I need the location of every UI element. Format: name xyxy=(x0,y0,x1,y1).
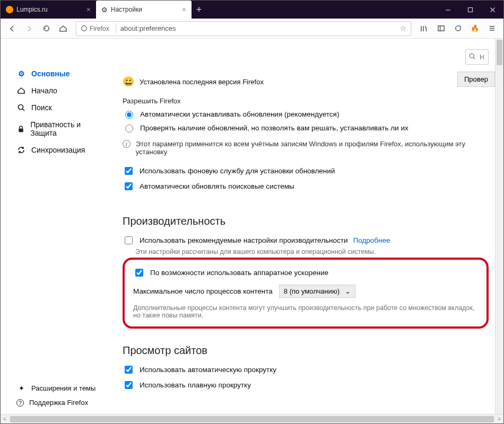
radio-auto-update[interactable]: Автоматически устанавливать обновления (… xyxy=(123,109,489,119)
scrollbar-thumb[interactable] xyxy=(10,416,494,422)
svg-rect-8 xyxy=(438,26,444,31)
radio-check-update[interactable]: Проверять наличие обновлений, но позволя… xyxy=(123,123,489,132)
sidebar-item-general[interactable]: ⚙ Основные xyxy=(11,65,107,82)
help-icon: ? xyxy=(16,399,24,407)
firefox-icon xyxy=(81,25,88,32)
checkbox-input[interactable] xyxy=(125,236,133,244)
preferences-sidebar: ⚙ Основные Начало Поиск xyxy=(1,39,107,423)
svg-point-11 xyxy=(459,25,461,28)
library-icon[interactable] xyxy=(416,21,431,36)
checkbox-input[interactable] xyxy=(125,366,133,374)
check-updates-button[interactable]: Провер xyxy=(457,72,495,87)
checkbox-recommended-perf[interactable]: Использовать рекомендуемые настройки про… xyxy=(123,235,489,246)
checkbox-background-service[interactable]: Использовать фоновую службу для установк… xyxy=(123,165,489,176)
window-minimize-button[interactable] xyxy=(437,1,459,19)
content-procs-description: Дополнительные процессы контента могут у… xyxy=(133,304,478,319)
browser-tab-lumpics[interactable]: Lumpics.ru × xyxy=(1,1,96,19)
bookmark-star-icon[interactable]: ☆ xyxy=(400,24,406,32)
select-value: 8 (по умолчанию) xyxy=(284,287,340,295)
sidebar-item-extensions[interactable]: ✦ Расширения и темы xyxy=(11,381,107,395)
new-tab-button[interactable]: + xyxy=(192,1,206,19)
checkbox-label: Использовать рекомендуемые настройки про… xyxy=(140,236,347,244)
scroll-right-arrow[interactable]: > xyxy=(495,416,503,422)
sidebar-item-label: Начало xyxy=(31,86,57,95)
reload-button[interactable] xyxy=(39,21,54,36)
sidebar-item-sync[interactable]: Синхронизация xyxy=(11,142,107,158)
chevron-down-icon: ⌄ xyxy=(345,287,351,295)
radio-input[interactable] xyxy=(125,111,133,119)
identity-label: Firefox xyxy=(90,25,109,32)
smiley-icon: 😀 xyxy=(123,76,134,87)
checkbox-update-engines[interactable]: Автоматически обновлять поисковые систем… xyxy=(123,181,489,192)
performance-section-title: Производительность xyxy=(123,215,489,227)
forward-button[interactable] xyxy=(22,21,37,36)
allow-firefox-label: Разрешить Firefox xyxy=(123,97,489,105)
radio-label: Автоматически устанавливать обновления (… xyxy=(140,110,339,118)
close-tab-icon[interactable]: × xyxy=(182,5,186,14)
sidebar-item-support[interactable]: ? Поддержка Firefox xyxy=(11,395,107,410)
content-procs-select[interactable]: 8 (по умолчанию) ⌄ xyxy=(279,285,355,298)
checkbox-smoothscroll[interactable]: Использовать плавную прокрутку xyxy=(123,379,489,391)
svg-line-7 xyxy=(425,26,427,31)
radio-label: Проверять наличие обновлений, но позволя… xyxy=(140,124,409,132)
checkbox-input[interactable] xyxy=(125,167,133,175)
favicon xyxy=(6,6,13,13)
extension-icon-1[interactable] xyxy=(450,21,465,36)
tab-title: Lumpics.ru xyxy=(16,6,48,13)
gear-icon: ⚙ xyxy=(16,69,26,78)
svg-point-4 xyxy=(82,26,87,31)
perf-description: Эти настройки рассчитаны для вашего комп… xyxy=(135,248,489,255)
window-close-button[interactable] xyxy=(481,1,503,19)
sidebar-item-home[interactable]: Начало xyxy=(11,82,107,99)
checkbox-input[interactable] xyxy=(125,182,133,190)
horizontal-scrollbar[interactable]: < > xyxy=(1,414,503,423)
browser-tab-settings[interactable]: ⚙ Настройки × xyxy=(96,1,192,19)
lock-icon xyxy=(16,125,25,133)
sidebar-item-label: Приватность и Защита xyxy=(30,120,101,137)
sidebar-item-label: Поиск xyxy=(31,103,52,112)
checkbox-label: Использовать фоновую службу для установк… xyxy=(140,167,335,175)
puzzle-icon: ✦ xyxy=(16,384,26,392)
home-button[interactable] xyxy=(56,21,71,36)
sync-icon xyxy=(16,146,26,154)
search-icon xyxy=(16,103,26,112)
scrollbar-thumb[interactable] xyxy=(497,40,502,65)
checkbox-hw-accel[interactable]: По возможности использовать аппаратное у… xyxy=(133,267,478,278)
update-note-text: Этот параметр применится ко всем учётным… xyxy=(136,140,489,156)
highlight-callout: По возможности использовать аппаратное у… xyxy=(123,258,489,329)
svg-point-15 xyxy=(19,105,23,110)
info-icon: i xyxy=(123,140,131,148)
svg-rect-17 xyxy=(19,128,23,132)
sidebar-item-privacy[interactable]: Приватность и Защита xyxy=(11,116,107,142)
svg-point-18 xyxy=(470,54,474,58)
sidebar-item-label: Расширения и темы xyxy=(31,384,95,392)
app-menu-button[interactable] xyxy=(484,21,499,36)
sidebar-icon[interactable] xyxy=(433,21,448,36)
url-bar[interactable]: Firefox ☆ xyxy=(76,21,411,36)
checkbox-input[interactable] xyxy=(125,381,133,389)
sidebar-item-search[interactable]: Поиск xyxy=(11,99,107,116)
learn-more-link[interactable]: Подробнее xyxy=(353,236,390,244)
extension-icon-2[interactable]: 🔥 xyxy=(467,21,482,36)
svg-line-16 xyxy=(23,109,25,111)
checkbox-label: Автоматически обновлять поисковые систем… xyxy=(140,182,294,190)
checkbox-autoscroll[interactable]: Использовать автоматическую прокрутку xyxy=(123,364,489,375)
back-button[interactable] xyxy=(5,21,20,36)
gear-icon: ⚙ xyxy=(101,6,108,14)
scroll-left-arrow[interactable]: < xyxy=(1,416,9,422)
preferences-search xyxy=(465,49,489,65)
window-maximize-button[interactable] xyxy=(459,1,481,19)
home-icon xyxy=(16,86,26,95)
sidebar-item-label: Основные xyxy=(31,69,70,78)
checkbox-input[interactable] xyxy=(135,269,143,277)
vertical-scrollbar[interactable] xyxy=(495,39,503,414)
close-tab-icon[interactable]: × xyxy=(86,5,91,14)
checkbox-label: Использовать автоматическую прокрутку xyxy=(140,366,276,374)
checkbox-label: Использовать плавную прокрутку xyxy=(140,381,251,389)
tab-title: Настройки xyxy=(111,6,142,13)
url-input[interactable] xyxy=(119,24,400,33)
sidebar-item-label: Поддержка Firefox xyxy=(29,399,88,407)
update-status-text: Установлена последняя версия Firefox xyxy=(140,78,264,86)
radio-input[interactable] xyxy=(125,125,133,132)
svg-rect-1 xyxy=(468,7,472,12)
